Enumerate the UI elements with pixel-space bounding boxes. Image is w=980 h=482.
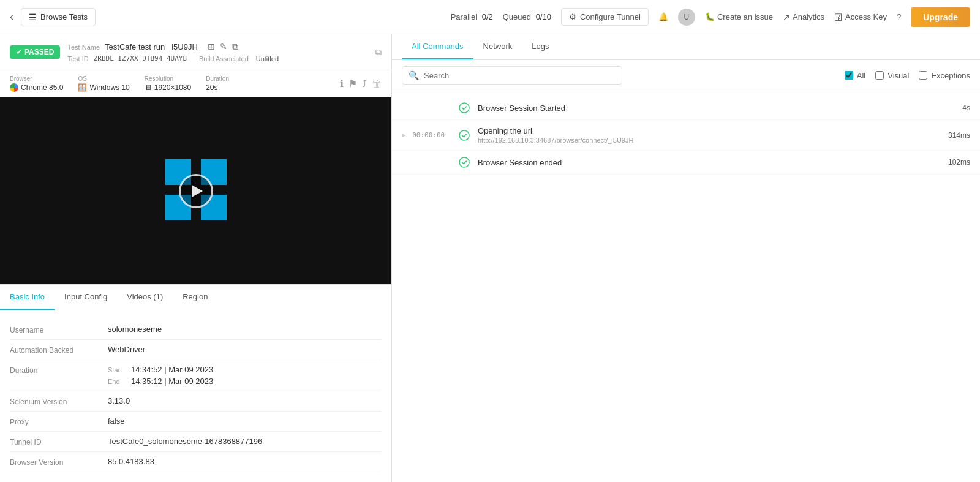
svg-point-18 bbox=[459, 157, 469, 167]
info-row-username: Username solomoneseme bbox=[10, 320, 382, 340]
tab-basic-info[interactable]: Basic Info bbox=[0, 285, 55, 310]
commands-tabs: All Commands Network Logs bbox=[392, 34, 980, 60]
test-name-label: Test Name bbox=[67, 43, 100, 51]
chrome-icon bbox=[10, 83, 18, 92]
test-header: ✓ PASSED Test Name TestCafe test run _i5… bbox=[0, 34, 391, 70]
cmd-success-icon bbox=[458, 130, 470, 141]
all-checkbox[interactable] bbox=[845, 71, 853, 80]
back-button[interactable]: ‹ bbox=[10, 10, 13, 23]
monitor-icon: 🖥 bbox=[145, 83, 152, 92]
check-icon: ✓ bbox=[16, 48, 22, 56]
test-id-label: Test ID bbox=[67, 55, 88, 62]
test-id-row: Test ID ZRBDL-IZ7XX-DTB94-4UAYB Build As… bbox=[67, 55, 368, 62]
left-panel: ✓ PASSED Test Name TestCafe test run _i5… bbox=[0, 34, 392, 482]
configure-tunnel-button[interactable]: ⚙ Configure Tunnel bbox=[561, 8, 649, 26]
info-row-automation: Automation Backed WebDriver bbox=[10, 340, 382, 360]
parallel-label: Parallel 0/2 bbox=[451, 12, 493, 21]
parallel-info: Parallel 0/2 Queued 0/10 bbox=[451, 12, 551, 21]
search-input-wrap: 🔍 bbox=[402, 66, 622, 85]
duration-start: Start 14:34:52 | Mar 09 2023 bbox=[108, 365, 213, 374]
filter-all[interactable]: All bbox=[845, 71, 865, 80]
video-player[interactable] bbox=[0, 97, 391, 284]
table-icon[interactable]: ⊞ bbox=[208, 42, 215, 52]
filter-visual[interactable]: Visual bbox=[875, 71, 909, 80]
cmd-timestamp: ▶ 00:00:00 bbox=[402, 131, 451, 139]
flag-icon[interactable]: ⚑ bbox=[349, 78, 357, 89]
info-row-browser-version: Browser Version 85.0.4183.83 bbox=[10, 452, 382, 472]
tab-videos[interactable]: Videos (1) bbox=[117, 285, 173, 310]
cmd-tab-logs[interactable]: Logs bbox=[522, 34, 559, 59]
table-row: Browser Session Started 4s bbox=[392, 96, 980, 120]
info-icon[interactable]: ℹ bbox=[340, 78, 344, 89]
right-panel: All Commands Network Logs 🔍 All bbox=[392, 34, 980, 482]
top-nav-left: ‹ ☰ Browse Tests bbox=[10, 8, 96, 26]
search-bar-row: 🔍 All Visual Exceptions bbox=[392, 60, 980, 91]
cmd-tab-network[interactable]: Network bbox=[473, 34, 522, 59]
copy-url-icon[interactable]: ⧉ bbox=[375, 47, 382, 58]
browse-tests-button[interactable]: ☰ Browse Tests bbox=[21, 8, 96, 26]
test-name-value: TestCafe test run _i5U9JH bbox=[105, 42, 198, 51]
exceptions-checkbox[interactable] bbox=[919, 71, 927, 80]
top-nav: ‹ ☰ Browse Tests Parallel 0/2 Queued 0/1… bbox=[0, 0, 980, 34]
tab-region[interactable]: Region bbox=[173, 285, 217, 310]
build-value: Untitled bbox=[256, 55, 279, 62]
notification-icon[interactable]: 🔔 bbox=[658, 12, 668, 21]
cmd-success-icon bbox=[458, 157, 470, 168]
duration-block: Start 14:34:52 | Mar 09 2023 End 14:35:1… bbox=[108, 365, 213, 386]
copy-icon[interactable]: ⧉ bbox=[232, 42, 238, 52]
visual-checkbox[interactable] bbox=[875, 71, 884, 80]
access-key-button[interactable]: ⚿ Access Key bbox=[834, 12, 887, 22]
svg-point-17 bbox=[459, 130, 469, 140]
table-row: Browser Session ended 102ms bbox=[392, 151, 980, 175]
duration-end: End 14:35:12 | Mar 09 2023 bbox=[108, 377, 213, 386]
cmd-info: Opening the url http://192.168.10.3:3468… bbox=[478, 126, 941, 144]
search-icon: 🔍 bbox=[409, 70, 419, 80]
browser-info-browser: Browser Chrome 85.0 bbox=[10, 75, 63, 92]
play-button[interactable] bbox=[179, 174, 213, 208]
main-content: ✓ PASSED Test Name TestCafe test run _i5… bbox=[0, 34, 980, 482]
top-nav-right: Parallel 0/2 Queued 0/10 ⚙ Configure Tun… bbox=[451, 7, 970, 27]
table-row: ▶ 00:00:00 Opening the url http://192.16… bbox=[392, 120, 980, 151]
duration-value: 20s bbox=[206, 83, 229, 92]
cmd-info: Browser Session ended bbox=[478, 158, 941, 167]
basic-info-content: Username solomoneseme Automation Backed … bbox=[0, 310, 391, 482]
tunnel-icon: ⚙ bbox=[569, 12, 576, 21]
info-row-proxy: Proxy false bbox=[10, 412, 382, 432]
list-icon: ☰ bbox=[29, 12, 37, 22]
browser-info-row: Browser Chrome 85.0 OS 🪟 Windows 10 Reso… bbox=[0, 70, 391, 97]
resolution-value: 🖥 1920×1080 bbox=[145, 83, 191, 92]
delete-icon[interactable]: 🗑 bbox=[372, 78, 382, 89]
os-value: 🪟 Windows 10 bbox=[78, 83, 129, 92]
windows-icon: 🪟 bbox=[78, 83, 87, 92]
test-name-row: Test Name TestCafe test run _i5U9JH ⊞ ✎ … bbox=[67, 42, 368, 52]
tab-input-config[interactable]: Input Config bbox=[55, 285, 117, 310]
filter-exceptions[interactable]: Exceptions bbox=[919, 71, 970, 80]
browse-tests-label: Browse Tests bbox=[40, 12, 88, 21]
header-right-actions: ℹ ⚑ ⤴ 🗑 bbox=[340, 78, 382, 89]
bug-icon: 🐛 bbox=[705, 12, 715, 21]
test-actions: ⊞ ✎ ⧉ bbox=[208, 42, 238, 52]
edit-icon[interactable]: ✎ bbox=[220, 42, 227, 52]
upgrade-button[interactable]: Upgrade bbox=[911, 7, 970, 27]
cmd-tab-all-commands[interactable]: All Commands bbox=[402, 34, 473, 59]
svg-point-16 bbox=[459, 103, 469, 113]
analytics-button[interactable]: ↗ Analytics bbox=[783, 12, 824, 22]
help-button[interactable]: ? bbox=[897, 12, 901, 21]
info-row-tunnel-id: Tunnel ID TestCafe0_solomoneseme-1678368… bbox=[10, 432, 382, 452]
user-avatar[interactable]: U bbox=[678, 9, 695, 26]
passed-badge: ✓ PASSED bbox=[10, 45, 60, 59]
cmd-success-icon bbox=[458, 102, 470, 113]
queued-label: Queued 0/10 bbox=[503, 12, 551, 21]
analytics-icon: ↗ bbox=[783, 12, 790, 22]
bottom-tabs: Basic Info Input Config Videos (1) Regio… bbox=[0, 284, 391, 310]
search-input[interactable] bbox=[424, 71, 616, 80]
browser-info-duration: Duration 20s bbox=[206, 75, 229, 92]
build-label: Build Associated bbox=[199, 55, 249, 62]
browser-value: Chrome 85.0 bbox=[10, 83, 63, 92]
share-icon[interactable]: ⤴ bbox=[362, 78, 367, 89]
info-row-selenium: Selenium Version 3.13.0 bbox=[10, 391, 382, 412]
create-issue-button[interactable]: 🐛 Create an issue bbox=[705, 12, 773, 21]
info-row-duration: Duration Start 14:34:52 | Mar 09 2023 En… bbox=[10, 360, 382, 391]
filter-row: All Visual Exceptions bbox=[845, 71, 970, 80]
browser-info-os: OS 🪟 Windows 10 bbox=[78, 75, 129, 92]
